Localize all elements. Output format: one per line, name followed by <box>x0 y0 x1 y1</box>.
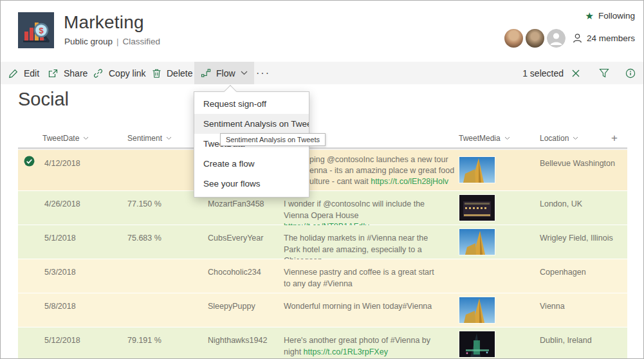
column-header-tweetmedia[interactable]: TweetMedia <box>459 134 510 143</box>
table-row[interactable]: 4/12/2018 ping @contosoInc launches a ne… <box>18 150 627 190</box>
copy-link-label: Copy link <box>109 68 146 78</box>
cell-sentiment: 75.683 % <box>127 234 161 243</box>
tweet-media-thumbnail[interactable] <box>459 297 495 324</box>
trash-icon <box>152 68 161 78</box>
column-header-sentiment[interactable]: Sentiment <box>127 134 172 143</box>
person-placeholder-icon <box>547 29 566 48</box>
link-icon <box>93 68 104 78</box>
members-count[interactable]: 24 members <box>587 33 635 43</box>
cell-location: Bellevue Washington <box>540 159 615 168</box>
page-title-site: Marketing <box>64 12 144 33</box>
marketing-logo-icon: $ <box>18 12 54 48</box>
list-title: Social <box>18 89 69 110</box>
menu-item-request-sign-off[interactable]: Request sign-off <box>194 94 309 114</box>
cell-sentiment: 79.191 % <box>127 336 161 345</box>
tweet-media-thumbnail[interactable] <box>459 331 495 358</box>
close-icon <box>572 69 580 77</box>
info-button[interactable] <box>618 62 643 84</box>
tweet-body: I wonder if @contosoInc will include the… <box>284 199 425 220</box>
cell-tweettext: Wonderful morning in Wien today#Vienna <box>284 301 438 313</box>
share-label: Share <box>64 68 87 78</box>
edit-button[interactable]: Edit <box>2 62 46 84</box>
cell-tweetby: MozartFan3458 <box>208 199 264 208</box>
cell-tweetby: Chocoholic234 <box>208 268 261 277</box>
flow-button[interactable]: Flow <box>194 62 254 84</box>
cell-sentiment: 77.150 % <box>127 199 161 208</box>
star-icon: ★ <box>585 11 594 21</box>
cell-location: London, UK <box>540 199 582 208</box>
command-bar: Edit Share Copy link Delete <box>1 62 643 84</box>
ellipsis-icon: ··· <box>256 68 270 79</box>
cell-location: Vienna <box>540 302 565 311</box>
menu-item-create-a-flow[interactable]: Create a flow <box>194 154 309 174</box>
column-label: Sentiment <box>127 134 162 143</box>
site-logo[interactable]: $ <box>18 12 54 48</box>
selected-check-icon[interactable] <box>24 156 35 169</box>
table-row[interactable]: 4/26/2018 77.150 % MozartFan3458 I wonde… <box>18 191 627 225</box>
selection-status: 1 selected <box>522 68 564 78</box>
clear-selection-button[interactable] <box>565 62 587 84</box>
sharepoint-window: $ Marketing Public group|Classified ★ Fo… <box>0 0 644 359</box>
add-column-button[interactable]: + <box>609 132 620 145</box>
copy-link-button[interactable]: Copy link <box>86 62 152 84</box>
tweet-media-thumbnail[interactable] <box>459 194 495 221</box>
table-row[interactable]: 5/8/2018 SleepyPuppy Wonderful morning i… <box>18 293 627 327</box>
chevron-down-icon <box>241 71 248 75</box>
menu-item-sentiment-analysis[interactable]: Sentiment Analysis on Tweets <box>194 114 309 134</box>
cell-tweettext-line: ulture - cant wait https://t.co/lEh28jHo… <box>309 177 448 186</box>
cell-tweetby: SleepyPuppy <box>208 302 255 311</box>
chevron-down-icon <box>166 136 172 140</box>
delete-button[interactable]: Delete <box>145 62 199 84</box>
table-row[interactable]: 5/12/2018 79.191 % Nighthawks1942 Here's… <box>18 327 627 359</box>
tweet-body: Wonderful morning in Wien today#Vienna <box>284 302 432 311</box>
table-top-rule <box>18 147 627 149</box>
share-icon <box>48 68 59 78</box>
members-area: 24 members <box>502 29 635 48</box>
table-row[interactable]: 5/1/2018 75.683 % CubsEveryYear The holi… <box>18 225 627 259</box>
flow-label: Flow <box>216 68 235 78</box>
tweet-fragment: ulture - cant wait <box>309 177 371 186</box>
chevron-down-icon <box>83 136 89 140</box>
cell-tweetby: CubsEveryYear <box>208 234 263 243</box>
menu-item-see-your-flows[interactable]: See your flows <box>194 174 309 194</box>
chevron-down-icon <box>504 136 510 140</box>
edit-label: Edit <box>24 68 39 78</box>
cell-tweetdate: 4/26/2018 <box>44 199 80 208</box>
tweet-media-thumbnail[interactable] <box>459 228 495 255</box>
tweet-media-thumbnail[interactable] <box>459 156 495 183</box>
cell-tweetdate: 4/12/2018 <box>44 159 80 168</box>
following-button[interactable]: ★ Following <box>585 11 635 21</box>
avatar-placeholder[interactable] <box>547 29 566 48</box>
column-label: TweetMedia <box>459 134 501 143</box>
cell-tweettext: Viennese pastry and coffee is a great st… <box>284 267 438 290</box>
column-header-tweetdate[interactable]: TweetDate <box>42 134 89 143</box>
following-label: Following <box>598 11 635 21</box>
cell-tweettext-line: ping @contosoInc launches a new tour <box>309 155 448 164</box>
tweet-body: Viennese pastry and coffee is a great st… <box>284 268 434 288</box>
tweet-link[interactable]: https://t.co/1RL3rpFXey <box>304 347 388 356</box>
cell-tweetdate: 5/12/2018 <box>44 336 80 345</box>
tweet-link[interactable]: https://t.co/lEh28jHolv <box>371 177 448 186</box>
cell-tweettext-line: enna - its an amazing place w great food <box>309 166 454 175</box>
info-icon <box>625 68 636 78</box>
site-subtitle: Public group|Classified <box>64 37 160 46</box>
tooltip: Sentiment Analysis on Tweets <box>220 133 326 146</box>
chevron-down-icon <box>573 136 578 140</box>
flow-icon <box>201 68 211 78</box>
site-header: $ Marketing Public group|Classified ★ Fo… <box>1 1 643 62</box>
table-row[interactable]: 5/3/2018 Chocoholic234 Viennese pastry a… <box>18 259 627 293</box>
command-bar-right: 1 selected <box>522 62 643 84</box>
cell-location: Dublin, Ireland <box>540 336 592 345</box>
overflow-button[interactable]: ··· <box>250 62 277 84</box>
delete-label: Delete <box>167 68 192 78</box>
svg-text:$: $ <box>39 26 44 35</box>
subtitle-separator: | <box>116 37 119 46</box>
cell-tweettext: Here's another great photo of #Vienna by… <box>284 335 438 358</box>
avatar[interactable] <box>526 29 544 48</box>
cell-tweetdate: 5/8/2018 <box>44 302 76 311</box>
column-header-location[interactable]: Location <box>540 134 578 143</box>
cell-tweetdate: 5/1/2018 <box>44 234 76 243</box>
cell-tweetby: Nighthawks1942 <box>208 336 267 345</box>
filter-button[interactable] <box>591 62 618 84</box>
avatar[interactable] <box>504 29 523 48</box>
